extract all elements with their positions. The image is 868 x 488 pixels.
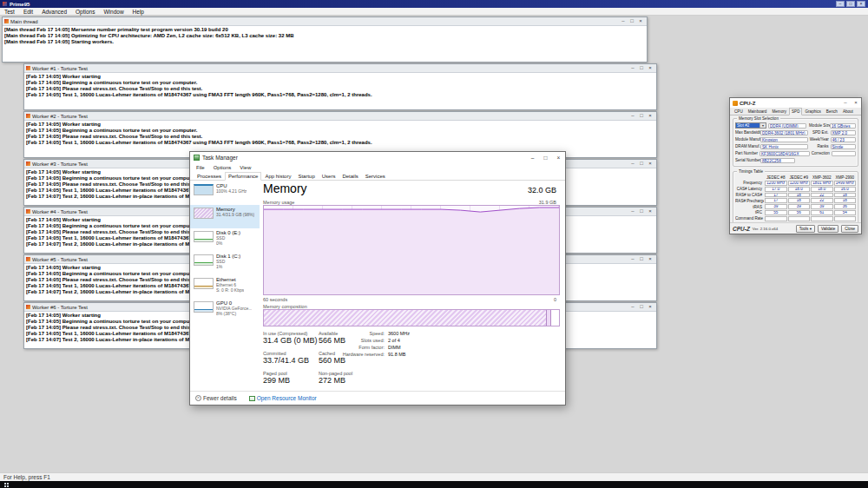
sidebar-item-gpu[interactable]: GPU 0 NVIDIA GeForce...8% (38°C): [190, 299, 260, 322]
dram-manuf-value: SK Hynix: [760, 144, 808, 149]
tools-button[interactable]: Tools ▾: [796, 225, 815, 233]
module-type-value: DDR4 (UDIMM): [768, 123, 806, 129]
maximize-icon[interactable]: □: [637, 112, 646, 120]
spd-ext-value: XMP 2.0: [831, 130, 856, 135]
maximize-icon[interactable]: □: [539, 152, 552, 163]
task-manager-titlebar[interactable]: Task Manager – □ ×: [190, 152, 565, 163]
sidebar-item-name: Disk 1 (C:): [216, 254, 240, 260]
close-icon[interactable]: ×: [646, 160, 654, 168]
cpuz-logo: CPU-Z: [733, 226, 750, 232]
menu-window[interactable]: Window: [99, 9, 128, 15]
open-resource-monitor-link[interactable]: Open Resource Monitor: [249, 395, 317, 401]
close-icon[interactable]: ×: [646, 303, 654, 311]
detail-form-factor: Form factor: DIMM: [324, 345, 401, 350]
menu-view[interactable]: View: [235, 165, 255, 170]
tab-startup[interactable]: Startup: [294, 172, 318, 181]
tab-users[interactable]: Users: [319, 172, 339, 181]
task-manager-app-icon: [194, 155, 200, 161]
minimize-icon[interactable]: –: [628, 303, 637, 311]
cpuz-tab-graphics[interactable]: Graphics: [802, 108, 823, 115]
cpuz-tab-memory[interactable]: Memory: [769, 108, 789, 115]
minimize-icon[interactable]: –: [628, 255, 637, 263]
cpuz-window[interactable]: CPU-Z – × CPU Mainboard Memory SPD Graph…: [729, 97, 862, 234]
window-title: Main thread: [10, 19, 38, 24]
cpuz-tab-spd[interactable]: SPD: [789, 108, 802, 115]
cpuz-titlebar[interactable]: CPU-Z – ×: [730, 98, 861, 108]
minimize-icon[interactable]: –: [526, 152, 539, 163]
minimize-icon[interactable]: –: [619, 17, 628, 25]
prime95-titlebar[interactable]: Prime95 – □ ×: [0, 0, 868, 8]
cpuz-tab-mainboard[interactable]: Mainboard: [746, 108, 770, 115]
menu-options[interactable]: Options: [209, 165, 236, 170]
cpuz-tab-cpu[interactable]: CPU: [732, 108, 746, 115]
close-icon[interactable]: ×: [646, 64, 654, 72]
tab-details[interactable]: Details: [339, 172, 361, 181]
minimize-icon[interactable]: –: [628, 160, 637, 168]
stat-in-use: In use (Compressed) 31.4 GB (0 MB): [263, 331, 318, 345]
sidebar-item-cpu[interactable]: CPU 100% 4.21 GHz: [190, 181, 260, 205]
prime95-title: Prime95: [10, 2, 30, 7]
maximize-icon[interactable]: □: [637, 303, 646, 311]
serial-number-label: Serial Number: [735, 158, 759, 162]
window-titlebar[interactable]: Worker #2 - Torture Test – □ ×: [24, 112, 656, 121]
sidebar-item-disk-0[interactable]: Disk 0 (E:) SSD0%: [190, 228, 260, 252]
stat-value: 31.4 GB (0 MB): [263, 336, 318, 345]
window-title: Worker #6 - Torture Test: [32, 305, 88, 310]
tab-processes[interactable]: Processes: [194, 172, 225, 181]
maximize-icon[interactable]: □: [637, 255, 646, 263]
tab-app-history[interactable]: App history: [261, 172, 294, 181]
taskbar[interactable]: [0, 481, 868, 488]
close-icon[interactable]: ×: [851, 98, 861, 108]
window-titlebar[interactable]: Worker #1 - Torture Test – □ ×: [24, 64, 656, 73]
close-icon[interactable]: ×: [646, 255, 654, 263]
menu-test[interactable]: Test: [0, 9, 19, 15]
fewer-details-label: Fewer details: [203, 395, 237, 401]
chevron-down-icon[interactable]: ▾: [760, 123, 766, 128]
memory-total: 32.0 GB: [528, 186, 556, 195]
window-title: Worker #5 - Torture Test: [32, 257, 88, 262]
close-icon[interactable]: ×: [646, 112, 654, 120]
cpuz-tab-about[interactable]: About: [840, 108, 856, 115]
cpu-mini-graph: [194, 184, 214, 195]
close-icon[interactable]: ×: [646, 208, 654, 215]
close-icon[interactable]: ×: [636, 17, 645, 25]
prime95-window-main-thread[interactable]: Main thread – □ × [Main thread Feb 17 14…: [2, 16, 648, 63]
window-log: [Feb 17 14:05] Worker starting[Feb 17 14…: [24, 73, 656, 99]
maximize-icon[interactable]: □: [637, 64, 646, 72]
minimize-icon[interactable]: –: [840, 98, 851, 108]
menu-file[interactable]: File: [192, 165, 209, 170]
tab-performance[interactable]: Performance: [225, 172, 261, 181]
sidebar-item-ethernet[interactable]: Ethernet Ethernet 6S: 0 R: 0 Kbps: [190, 275, 260, 299]
maximize-icon[interactable]: □: [637, 208, 646, 215]
menu-edit[interactable]: Edit: [19, 9, 37, 15]
cpuz-tab-bench[interactable]: Bench: [824, 108, 840, 115]
minimize-icon[interactable]: –: [836, 1, 845, 7]
close-button[interactable]: Close: [841, 225, 858, 233]
menu-options[interactable]: Options: [71, 9, 99, 15]
maximize-icon[interactable]: □: [628, 17, 636, 25]
disk-mini-graph: [194, 254, 214, 266]
close-icon[interactable]: ×: [857, 1, 865, 7]
serial-number-value: 8B22C258: [760, 158, 795, 163]
fewer-details-button[interactable]: ^ Fewer details: [195, 395, 237, 401]
window-titlebar[interactable]: Main thread – □ ×: [3, 17, 647, 26]
maximize-icon[interactable]: □: [846, 1, 855, 7]
group-label: Timings Table: [737, 169, 765, 174]
validate-button[interactable]: Validate: [818, 225, 838, 233]
close-icon[interactable]: ×: [552, 152, 565, 163]
tab-services[interactable]: Services: [362, 172, 389, 181]
slot-select[interactable]: Slot #2 ▾: [735, 122, 766, 129]
start-button-icon[interactable]: [4, 483, 9, 487]
menu-advanced[interactable]: Advanced: [37, 9, 71, 15]
task-manager-window[interactable]: Task Manager – □ × File Options View Pro…: [189, 151, 566, 406]
resource-monitor-label: Open Resource Monitor: [257, 395, 317, 401]
sidebar-item-disk-1[interactable]: Disk 1 (C:) SSD1%: [190, 252, 260, 275]
minimize-icon[interactable]: –: [628, 112, 637, 120]
desktop: Prime95 – □ × Test Edit Advanced Options…: [0, 0, 868, 488]
prime95-window-worker-1[interactable]: Worker #1 - Torture Test – □ × [Feb 17 1…: [23, 63, 657, 110]
maximize-icon[interactable]: □: [637, 160, 646, 168]
menu-help[interactable]: Help: [128, 9, 148, 15]
minimize-icon[interactable]: –: [628, 208, 637, 215]
minimize-icon[interactable]: –: [628, 64, 637, 72]
sidebar-item-memory[interactable]: Memory 31.4/31.9 GB (98%): [190, 205, 260, 228]
